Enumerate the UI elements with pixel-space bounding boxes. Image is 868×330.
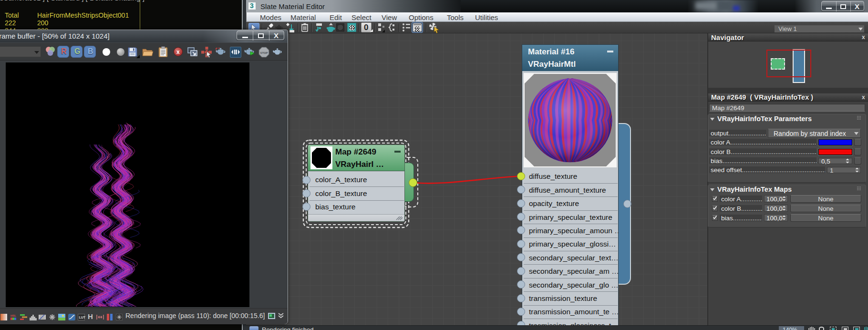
svg-text:STOP: STOP: [260, 52, 268, 54]
